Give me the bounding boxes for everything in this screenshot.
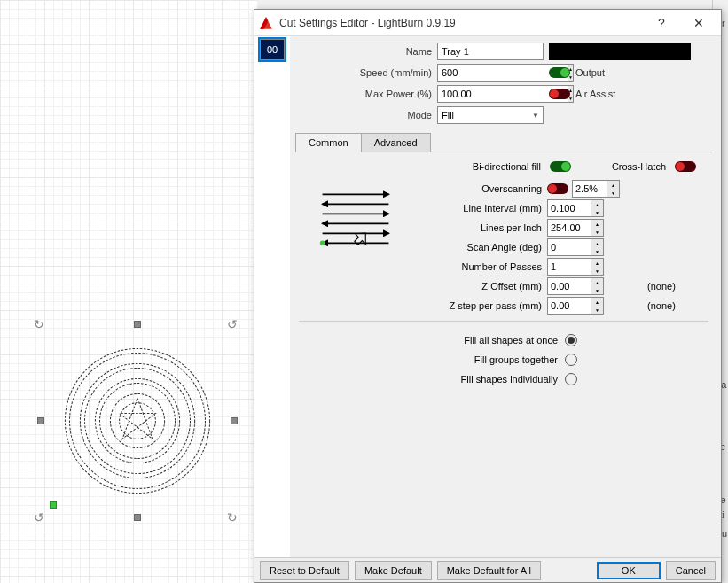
speed-label: Speed (mm/min) — [295, 67, 437, 78]
cancel-button[interactable]: Cancel — [666, 561, 716, 580]
rotate-handle-tl[interactable]: ↻ — [34, 317, 48, 331]
app-icon — [258, 15, 274, 31]
svg-point-4 — [95, 378, 179, 463]
overscan-input[interactable] — [572, 180, 607, 198]
output-toggle[interactable] — [549, 67, 570, 78]
dialog-footer: Reset to Default Make Default Make Defau… — [254, 557, 721, 582]
titlebar[interactable]: Cut Settings Editor - LightBurn 0.9.19 ?… — [254, 10, 721, 36]
zoff-label: Z Offset (mm) — [414, 281, 547, 292]
svg-point-3 — [85, 369, 191, 474]
angle-input[interactable] — [547, 238, 591, 256]
interval-input[interactable] — [547, 199, 591, 217]
ok-button[interactable]: OK — [597, 562, 661, 579]
mode-label: Mode — [295, 110, 437, 120]
cut-settings-dialog: Cut Settings Editor - LightBurn 0.9.19 ?… — [254, 9, 722, 583]
radio-indiv-label: Fill shapes individually — [461, 374, 558, 385]
reset-default-button[interactable]: Reset to Default — [260, 561, 349, 580]
zoff-none: (none) — [630, 281, 693, 292]
angle-label: Scan Angle (deg) — [414, 242, 547, 253]
svg-point-6 — [110, 393, 164, 447]
radio-groups[interactable] — [565, 354, 577, 366]
resize-handle-r[interactable] — [231, 417, 238, 424]
resize-handle-t[interactable] — [134, 321, 141, 328]
radio-groups-label: Fill groups together — [474, 354, 558, 365]
passes-input[interactable] — [547, 258, 591, 276]
make-default-all-button[interactable]: Make Default for All — [437, 561, 541, 580]
svg-point-0 — [65, 348, 209, 493]
zstep-none: (none) — [630, 300, 693, 311]
lpi-label: Lines per Inch — [414, 222, 547, 233]
close-button[interactable]: ✕ — [680, 11, 717, 35]
power-label: Max Power (%) — [295, 89, 437, 99]
interval-label: Line Interval (mm) — [414, 203, 547, 214]
resize-handle-l[interactable] — [37, 417, 44, 424]
rotate-handle-tr[interactable]: ↺ — [227, 317, 241, 331]
make-default-button[interactable]: Make Default — [355, 561, 432, 580]
name-input[interactable] — [437, 43, 544, 60]
interval-spinner[interactable]: ▲▼ — [591, 199, 604, 217]
zstep-label: Z step per pass (mm) — [414, 300, 547, 311]
power-input[interactable] — [437, 85, 568, 103]
cross-toggle[interactable] — [675, 161, 696, 172]
radio-all-label: Fill all shapes at once — [464, 335, 558, 346]
layer-swatch-column: 00 — [254, 36, 290, 557]
overscan-label: Overscanning — [414, 183, 547, 194]
mode-select[interactable]: Fill — [437, 106, 544, 124]
scan-diagram — [317, 186, 405, 257]
lpi-input[interactable] — [547, 219, 591, 237]
zstep-spinner[interactable]: ▲▼ — [591, 297, 604, 315]
radio-all[interactable] — [565, 334, 577, 346]
passes-label: Number of Passes — [414, 261, 547, 272]
output-label: Output — [575, 67, 605, 78]
angle-spinner[interactable]: ▲▼ — [591, 238, 604, 256]
design-preview[interactable] — [62, 346, 213, 496]
common-panel: Bi-directional fill Cross-Hatch — [295, 152, 712, 396]
overscan-toggle[interactable] — [547, 183, 568, 194]
resize-handle-b[interactable] — [134, 514, 141, 521]
layer-swatch-00[interactable]: 00 — [260, 39, 285, 60]
origin-marker[interactable] — [50, 501, 57, 509]
bidir-toggle[interactable] — [550, 161, 571, 172]
speed-input[interactable] — [437, 64, 568, 82]
color-preview — [549, 43, 691, 60]
zoff-input[interactable] — [547, 277, 591, 295]
tab-advanced[interactable]: Advanced — [361, 133, 431, 152]
bidir-label: Bi-directional fill — [473, 161, 541, 172]
svg-point-1 — [70, 354, 206, 489]
name-label: Name — [295, 46, 437, 57]
svg-point-7 — [120, 403, 156, 439]
svg-point-2 — [80, 363, 194, 478]
help-button[interactable]: ? — [643, 11, 680, 35]
air-label: Air Assist — [575, 89, 615, 99]
svg-point-14 — [320, 241, 325, 246]
cross-label: Cross-Hatch — [612, 161, 666, 172]
lpi-spinner[interactable]: ▲▼ — [591, 219, 604, 237]
overscan-spinner[interactable]: ▲▼ — [607, 180, 620, 198]
window-title: Cut Settings Editor - LightBurn 0.9.19 — [279, 17, 643, 29]
radio-indiv[interactable] — [565, 373, 577, 385]
passes-spinner[interactable]: ▲▼ — [591, 258, 604, 276]
rotate-handle-bl[interactable]: ↺ — [34, 510, 48, 525]
air-toggle[interactable] — [549, 89, 570, 99]
zoff-spinner[interactable]: ▲▼ — [591, 277, 604, 295]
svg-point-5 — [100, 384, 176, 459]
zstep-input[interactable] — [547, 297, 591, 315]
rotate-handle-br[interactable]: ↻ — [227, 510, 241, 525]
tab-common[interactable]: Common — [295, 133, 362, 152]
